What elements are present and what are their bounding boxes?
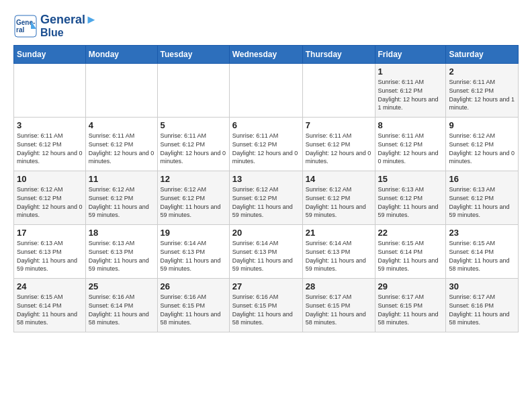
day-number: 24 bbox=[17, 281, 83, 291]
day-cell bbox=[14, 64, 86, 118]
day-number: 4 bbox=[89, 120, 154, 130]
day-info: Sunrise: 6:16 AM Sunset: 6:14 PM Dayligh… bbox=[89, 293, 154, 326]
day-info: Sunrise: 6:12 AM Sunset: 6:12 PM Dayligh… bbox=[449, 132, 515, 165]
day-info: Sunrise: 6:14 AM Sunset: 6:13 PM Dayligh… bbox=[161, 239, 226, 273]
day-cell bbox=[157, 64, 229, 118]
header-sunday: Sunday bbox=[14, 46, 86, 64]
svg-text:ral: ral bbox=[16, 26, 24, 34]
day-cell: 5Sunrise: 6:11 AM Sunset: 6:12 PM Daylig… bbox=[157, 118, 229, 171]
day-number: 11 bbox=[89, 174, 154, 184]
day-number: 20 bbox=[232, 228, 300, 238]
day-info: Sunrise: 6:15 AM Sunset: 6:14 PM Dayligh… bbox=[17, 293, 83, 326]
day-number: 14 bbox=[306, 174, 372, 184]
header-friday: Friday bbox=[375, 46, 446, 64]
day-cell bbox=[229, 64, 302, 118]
day-cell: 4Sunrise: 6:11 AM Sunset: 6:12 PM Daylig… bbox=[85, 118, 157, 171]
week-row-4: 17Sunrise: 6:13 AM Sunset: 6:13 PM Dayli… bbox=[14, 225, 519, 279]
day-info: Sunrise: 6:11 AM Sunset: 6:12 PM Dayligh… bbox=[89, 132, 154, 165]
day-info: Sunrise: 6:17 AM Sunset: 6:16 PM Dayligh… bbox=[449, 293, 515, 326]
day-info: Sunrise: 6:16 AM Sunset: 6:15 PM Dayligh… bbox=[161, 293, 226, 326]
day-cell: 13Sunrise: 6:12 AM Sunset: 6:12 PM Dayli… bbox=[229, 171, 302, 225]
day-number: 12 bbox=[161, 174, 226, 184]
day-number: 23 bbox=[449, 228, 515, 238]
day-cell: 9Sunrise: 6:12 AM Sunset: 6:12 PM Daylig… bbox=[446, 118, 519, 171]
day-number: 30 bbox=[449, 281, 515, 291]
day-number: 7 bbox=[306, 120, 372, 130]
logo: Gene- ral General► Blue bbox=[13, 13, 97, 38]
logo-text-general: General► bbox=[40, 13, 97, 27]
day-cell: 25Sunrise: 6:16 AM Sunset: 6:14 PM Dayli… bbox=[85, 279, 157, 332]
day-number: 13 bbox=[232, 174, 300, 184]
day-number: 22 bbox=[378, 228, 443, 238]
day-info: Sunrise: 6:12 AM Sunset: 6:12 PM Dayligh… bbox=[306, 185, 372, 219]
day-cell: 18Sunrise: 6:13 AM Sunset: 6:13 PM Dayli… bbox=[85, 225, 157, 279]
calendar-table: SundayMondayTuesdayWednesdayThursdayFrid… bbox=[13, 45, 519, 332]
day-info: Sunrise: 6:13 AM Sunset: 6:13 PM Dayligh… bbox=[89, 239, 154, 273]
day-info: Sunrise: 6:17 AM Sunset: 6:15 PM Dayligh… bbox=[306, 293, 372, 326]
day-cell: 21Sunrise: 6:14 AM Sunset: 6:13 PM Dayli… bbox=[302, 225, 375, 279]
header-saturday: Saturday bbox=[446, 46, 519, 64]
day-number: 21 bbox=[306, 228, 372, 238]
day-info: Sunrise: 6:13 AM Sunset: 6:12 PM Dayligh… bbox=[378, 185, 443, 219]
day-cell: 11Sunrise: 6:12 AM Sunset: 6:12 PM Dayli… bbox=[85, 171, 157, 225]
day-info: Sunrise: 6:14 AM Sunset: 6:13 PM Dayligh… bbox=[306, 239, 372, 273]
day-cell bbox=[302, 64, 375, 118]
day-number: 18 bbox=[89, 228, 154, 238]
day-info: Sunrise: 6:11 AM Sunset: 6:12 PM Dayligh… bbox=[449, 78, 515, 111]
day-info: Sunrise: 6:11 AM Sunset: 6:12 PM Dayligh… bbox=[378, 132, 443, 165]
day-number: 2 bbox=[449, 66, 515, 77]
day-cell: 15Sunrise: 6:13 AM Sunset: 6:12 PM Dayli… bbox=[375, 171, 446, 225]
day-cell: 26Sunrise: 6:16 AM Sunset: 6:15 PM Dayli… bbox=[157, 279, 229, 332]
day-cell: 2Sunrise: 6:11 AM Sunset: 6:12 PM Daylig… bbox=[446, 64, 519, 118]
day-info: Sunrise: 6:11 AM Sunset: 6:12 PM Dayligh… bbox=[306, 132, 372, 165]
day-info: Sunrise: 6:11 AM Sunset: 6:12 PM Dayligh… bbox=[232, 132, 300, 165]
day-number: 6 bbox=[232, 120, 300, 130]
day-cell: 27Sunrise: 6:16 AM Sunset: 6:15 PM Dayli… bbox=[229, 279, 302, 332]
day-number: 10 bbox=[17, 174, 83, 184]
logo-text-blue: Blue bbox=[40, 27, 97, 39]
header-wednesday: Wednesday bbox=[229, 46, 302, 64]
day-number: 29 bbox=[378, 281, 443, 291]
day-info: Sunrise: 6:16 AM Sunset: 6:15 PM Dayligh… bbox=[232, 293, 300, 326]
day-number: 8 bbox=[378, 120, 443, 130]
day-info: Sunrise: 6:12 AM Sunset: 6:12 PM Dayligh… bbox=[17, 185, 83, 219]
day-number: 28 bbox=[306, 281, 372, 291]
logo-icon: Gene- ral bbox=[13, 14, 38, 38]
day-number: 17 bbox=[17, 228, 83, 238]
day-number: 25 bbox=[89, 281, 154, 291]
day-cell: 14Sunrise: 6:12 AM Sunset: 6:12 PM Dayli… bbox=[302, 171, 375, 225]
day-cell: 24Sunrise: 6:15 AM Sunset: 6:14 PM Dayli… bbox=[14, 279, 86, 332]
day-info: Sunrise: 6:12 AM Sunset: 6:12 PM Dayligh… bbox=[89, 185, 154, 219]
day-cell bbox=[85, 64, 157, 118]
header-monday: Monday bbox=[85, 46, 157, 64]
day-number: 15 bbox=[378, 174, 443, 184]
day-number: 26 bbox=[161, 281, 226, 291]
week-row-3: 10Sunrise: 6:12 AM Sunset: 6:12 PM Dayli… bbox=[14, 171, 519, 225]
day-cell: 19Sunrise: 6:14 AM Sunset: 6:13 PM Dayli… bbox=[157, 225, 229, 279]
calendar-header-row: SundayMondayTuesdayWednesdayThursdayFrid… bbox=[14, 46, 519, 64]
day-info: Sunrise: 6:11 AM Sunset: 6:12 PM Dayligh… bbox=[161, 132, 226, 165]
day-cell: 3Sunrise: 6:11 AM Sunset: 6:12 PM Daylig… bbox=[14, 118, 86, 171]
day-number: 19 bbox=[161, 228, 226, 238]
day-info: Sunrise: 6:15 AM Sunset: 6:14 PM Dayligh… bbox=[378, 239, 443, 273]
day-info: Sunrise: 6:17 AM Sunset: 6:15 PM Dayligh… bbox=[378, 293, 443, 326]
day-cell: 16Sunrise: 6:13 AM Sunset: 6:12 PM Dayli… bbox=[446, 171, 519, 225]
page-header: Gene- ral General► Blue bbox=[13, 13, 519, 38]
header-thursday: Thursday bbox=[302, 46, 375, 64]
day-info: Sunrise: 6:13 AM Sunset: 6:13 PM Dayligh… bbox=[17, 239, 83, 273]
day-info: Sunrise: 6:15 AM Sunset: 6:14 PM Dayligh… bbox=[449, 239, 515, 273]
day-info: Sunrise: 6:11 AM Sunset: 6:12 PM Dayligh… bbox=[378, 78, 443, 111]
day-cell: 6Sunrise: 6:11 AM Sunset: 6:12 PM Daylig… bbox=[229, 118, 302, 171]
day-cell: 1Sunrise: 6:11 AM Sunset: 6:12 PM Daylig… bbox=[375, 64, 446, 118]
day-number: 27 bbox=[232, 281, 300, 291]
day-number: 3 bbox=[17, 120, 83, 130]
day-number: 1 bbox=[378, 66, 443, 77]
day-info: Sunrise: 6:13 AM Sunset: 6:12 PM Dayligh… bbox=[449, 185, 515, 219]
day-cell: 20Sunrise: 6:14 AM Sunset: 6:13 PM Dayli… bbox=[229, 225, 302, 279]
day-cell: 28Sunrise: 6:17 AM Sunset: 6:15 PM Dayli… bbox=[302, 279, 375, 332]
day-info: Sunrise: 6:14 AM Sunset: 6:13 PM Dayligh… bbox=[232, 239, 300, 273]
day-info: Sunrise: 6:11 AM Sunset: 6:12 PM Dayligh… bbox=[17, 132, 83, 165]
day-info: Sunrise: 6:12 AM Sunset: 6:12 PM Dayligh… bbox=[232, 185, 300, 219]
day-cell: 22Sunrise: 6:15 AM Sunset: 6:14 PM Dayli… bbox=[375, 225, 446, 279]
header-tuesday: Tuesday bbox=[157, 46, 229, 64]
